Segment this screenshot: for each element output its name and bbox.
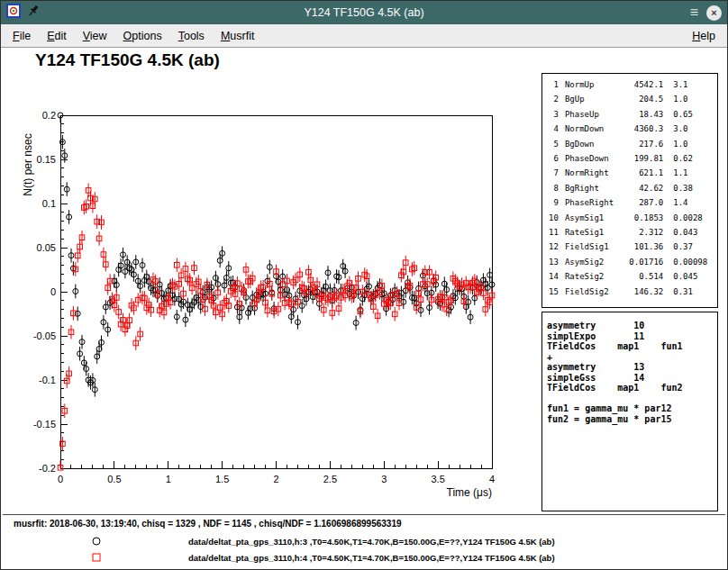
parameter-row: 12FieldSig1101.360.37 (546, 240, 714, 254)
theory-line (547, 394, 717, 404)
root-canvas: Y124 TF150G 4.5K (ab) 00.511.522.533.54-… (1, 48, 727, 569)
theory-line: asymmetry 13 (547, 362, 717, 373)
menu-item-musrfit[interactable]: Musrfit (213, 26, 263, 46)
titlebar[interactable]: Y124 TF150G 4.5K (ab) ≡ × (1, 1, 727, 24)
parameter-row: 15FieldSig2146.320.31 (546, 285, 714, 299)
info-divider (3, 514, 725, 515)
theory-line: TFieldCos map1 fun1 (547, 341, 717, 352)
svg-text:N(t) per nsec: N(t) per nsec (22, 133, 34, 195)
svg-text:1: 1 (166, 474, 171, 484)
menu-item-edit[interactable]: Edit (39, 26, 75, 46)
legend-row: data/deltat_pta_gps_3110,h:4 ,T0=4.50K,T… (1, 549, 727, 565)
window-menu-icon[interactable]: ≡ (690, 5, 698, 20)
theory-block: asymmetry 10simplExpo 11TFieldCos map1 f… (541, 312, 718, 511)
parameter-row: 11RateSig12.3120.043 (546, 225, 714, 240)
svg-text:0.5: 0.5 (107, 474, 121, 484)
legend-label: data/deltat_pta_gps_3110,h:4 ,T0=4.50K,T… (188, 553, 555, 563)
menu-item-help[interactable]: Help (684, 26, 723, 46)
menu-item-options[interactable]: Options (115, 26, 170, 46)
svg-text:-0.1: -0.1 (39, 375, 56, 385)
svg-text:0.05: 0.05 (37, 242, 56, 253)
theory-line: simpleGss 14 (547, 373, 717, 384)
svg-text:3.5: 3.5 (431, 474, 444, 484)
parameter-row: 6PhaseDown199.810.62 (546, 151, 714, 166)
legend-square-icon (91, 552, 103, 564)
parameter-row: 5BgDown217.61.0 (546, 137, 714, 151)
theory-line: fun2 = gamma_mu * par15 (547, 414, 717, 425)
svg-text:-0.15: -0.15 (33, 419, 56, 430)
canvas-title: Y124 TF150G 4.5K (ab) (35, 50, 220, 70)
svg-text:Time (μs): Time (μs) (447, 486, 492, 499)
parameter-row: 9PhaseRight287.01.4 (546, 195, 714, 210)
legend-circle-icon (91, 536, 103, 547)
svg-text:-0.2: -0.2 (39, 463, 56, 474)
parameter-row: 7NormRight621.11.1 (546, 166, 714, 180)
parameter-row: 4NormDown4360.33.0 (546, 122, 714, 136)
svg-text:2.5: 2.5 (323, 474, 337, 484)
theory-line: TFieldCos map1 fun2 (547, 383, 717, 394)
fit-info: musrfit: 2018-06-30, 13:19:40, chisq = 1… (14, 519, 402, 529)
parameter-row: 14RateSig20.5140.045 (546, 269, 714, 284)
close-icon[interactable]: × (706, 5, 722, 21)
plot-area[interactable]: 00.511.522.533.54-0.2-0.15-0.1-0.0500.05… (19, 100, 519, 505)
theory-line: asymmetry 10 (547, 321, 717, 331)
svg-text:1.5: 1.5 (215, 474, 229, 484)
musrfit-window: Y124 TF150G 4.5K (ab) ≡ × File Edit View… (0, 0, 728, 570)
parameter-row: 1NormUp4542.13.1 (546, 77, 714, 92)
menu-item-tools[interactable]: Tools (170, 26, 213, 46)
legend-label: data/deltat_pta_gps_3110,h:3 ,T0=4.50K,T… (188, 537, 555, 547)
legend-row: data/deltat_pta_gps_3110,h:3 ,T0=4.50K,T… (1, 533, 727, 549)
svg-text:3: 3 (381, 474, 387, 484)
pin-icon[interactable] (27, 4, 40, 22)
svg-text:0.2: 0.2 (42, 110, 56, 121)
theory-line: + (547, 352, 717, 363)
svg-text:-0.05: -0.05 (33, 330, 56, 341)
svg-text:0: 0 (58, 474, 63, 484)
theory-line: simplExpo 11 (547, 331, 717, 342)
app-icon[interactable] (6, 4, 21, 22)
parameter-row: 3PhaseUp18.430.65 (546, 107, 714, 122)
parameter-row: 10AsymSig10.18530.0028 (546, 211, 714, 225)
theory-line: fun1 = gamma_mu * par12 (547, 403, 717, 414)
svg-text:0.1: 0.1 (42, 198, 56, 209)
svg-text:4: 4 (489, 474, 495, 484)
svg-text:2: 2 (273, 474, 278, 484)
menubar: File Edit View Options Tools Musrfit Hel… (1, 24, 727, 48)
svg-text:0: 0 (50, 286, 56, 297)
svg-text:0.15: 0.15 (37, 154, 56, 165)
parameter-row: 2BgUp204.51.0 (546, 92, 714, 106)
window-title: Y124 TF150G 4.5K (ab) (304, 6, 423, 19)
parameter-row: 13AsymSig20.017160.00098 (546, 255, 714, 269)
menu-item-file[interactable]: File (5, 26, 39, 46)
menu-item-view[interactable]: View (75, 26, 115, 46)
plot-legend: data/deltat_pta_gps_3110,h:3 ,T0=4.50K,T… (1, 533, 727, 565)
parameter-row: 8BgRight42.620.38 (546, 181, 714, 195)
parameter-list: 1NormUp4542.13.12BgUp204.51.03PhaseUp18.… (541, 73, 718, 308)
